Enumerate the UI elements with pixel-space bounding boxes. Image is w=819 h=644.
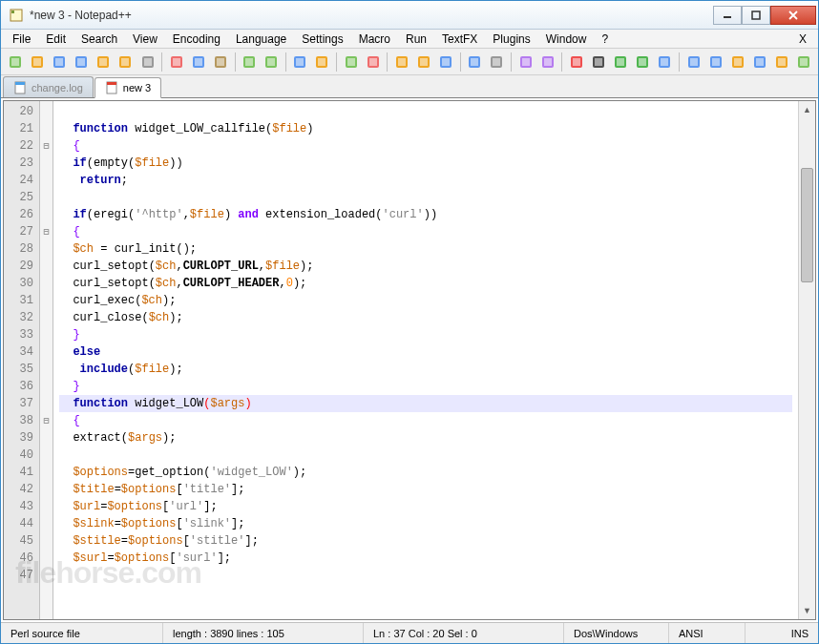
replace-icon[interactable] bbox=[312, 52, 332, 73]
copy-icon[interactable] bbox=[188, 52, 208, 73]
svg-rect-59 bbox=[661, 58, 668, 66]
code-line[interactable]: $ch = curl_init(); bbox=[59, 240, 792, 258]
play-macro-icon[interactable] bbox=[611, 52, 631, 73]
spell-icon[interactable] bbox=[794, 52, 814, 73]
rec-macro-icon[interactable] bbox=[566, 52, 586, 73]
fold-marker bbox=[40, 395, 52, 412]
code-line[interactable]: { bbox=[59, 223, 792, 240]
code-line[interactable]: else bbox=[59, 343, 792, 361]
code-line[interactable]: $title=$options['title']; bbox=[59, 481, 792, 498]
zoom-in-icon[interactable] bbox=[341, 52, 361, 73]
vertical-scrollbar[interactable]: ▲ ▼ bbox=[798, 101, 815, 619]
tab-change-log[interactable]: change.log bbox=[3, 76, 94, 97]
save-icon[interactable] bbox=[49, 52, 69, 73]
code-editor[interactable]: function widget_LOW_callfile($file) { if… bbox=[53, 101, 798, 619]
save-macro-icon[interactable] bbox=[655, 52, 675, 73]
fold-marker[interactable]: ⊟ bbox=[40, 223, 52, 240]
print-icon[interactable] bbox=[137, 52, 158, 73]
next-icon[interactable] bbox=[683, 52, 704, 73]
tab-new--3[interactable]: new 3 bbox=[94, 77, 161, 98]
code-line[interactable]: include($file); bbox=[59, 361, 792, 378]
undo-icon[interactable] bbox=[239, 52, 259, 73]
wrap-icon[interactable] bbox=[436, 52, 456, 73]
code-line[interactable]: $slink=$options['slink']; bbox=[59, 515, 792, 532]
prev-icon[interactable] bbox=[705, 52, 725, 73]
menu-plugins[interactable]: Plugins bbox=[485, 31, 537, 48]
code-line[interactable] bbox=[59, 189, 792, 206]
menu-[interactable]: ? bbox=[594, 31, 616, 48]
close-all-icon[interactable] bbox=[116, 52, 136, 73]
stop-macro-icon[interactable] bbox=[588, 52, 608, 73]
maximize-button[interactable] bbox=[742, 6, 770, 25]
menu-textfx[interactable]: TextFX bbox=[434, 31, 485, 48]
menu-macro[interactable]: Macro bbox=[351, 31, 398, 48]
menu-run[interactable]: Run bbox=[398, 31, 434, 48]
code-line[interactable]: function widget_LOW_callfile($file) bbox=[59, 120, 792, 137]
fold-all-icon[interactable] bbox=[515, 52, 536, 73]
menubar-close-icon[interactable]: X bbox=[791, 31, 814, 48]
code-line[interactable]: { bbox=[59, 412, 792, 429]
play-multi-icon[interactable] bbox=[633, 52, 653, 73]
zoom-out-icon[interactable] bbox=[363, 52, 383, 73]
line-number: 35 bbox=[4, 361, 33, 378]
settings-icon[interactable] bbox=[772, 52, 792, 73]
sort-desc-icon[interactable] bbox=[749, 52, 769, 73]
sync-v-icon[interactable] bbox=[391, 52, 411, 73]
code-line[interactable]: curl_setopt($ch,CURLOPT_HEADER,0); bbox=[59, 275, 792, 292]
new-file-icon[interactable] bbox=[5, 52, 25, 73]
code-line[interactable]: $stitle=$options['stitle']; bbox=[59, 532, 792, 550]
scroll-up-icon[interactable]: ▲ bbox=[799, 101, 815, 118]
fold-marker bbox=[40, 361, 52, 378]
paste-icon[interactable] bbox=[210, 52, 230, 73]
line-number: 46 bbox=[4, 550, 33, 567]
menu-view[interactable]: View bbox=[125, 31, 165, 48]
code-line[interactable]: function widget_LOW($args) bbox=[59, 395, 792, 412]
menu-language[interactable]: Language bbox=[228, 31, 294, 48]
menu-search[interactable]: Search bbox=[74, 31, 125, 48]
menu-file[interactable]: File bbox=[5, 31, 38, 48]
code-line[interactable]: $options=get_option('widget_LOW'); bbox=[59, 464, 792, 481]
scrollbar-thumb[interactable] bbox=[801, 168, 813, 282]
scroll-down-icon[interactable]: ▼ bbox=[799, 602, 815, 619]
cut-icon[interactable] bbox=[166, 52, 186, 73]
code-line[interactable]: if(eregi('^http',$file) and extension_lo… bbox=[59, 206, 792, 223]
code-line[interactable]: } bbox=[59, 326, 792, 343]
unfold-all-icon[interactable] bbox=[537, 52, 557, 73]
code-line[interactable] bbox=[59, 567, 792, 584]
save-all-icon[interactable] bbox=[71, 52, 91, 73]
code-line[interactable] bbox=[59, 447, 792, 464]
menu-settings[interactable]: Settings bbox=[294, 31, 350, 48]
sort-asc-icon[interactable] bbox=[727, 52, 747, 73]
code-line[interactable]: } bbox=[59, 378, 792, 395]
code-line[interactable]: curl_setopt($ch,CURLOPT_URL,$file); bbox=[59, 258, 792, 275]
statusbar: Perl source file length : 3890 lines : 1… bbox=[1, 622, 818, 643]
show-all-icon[interactable] bbox=[465, 52, 485, 73]
code-line[interactable]: curl_close($ch); bbox=[59, 309, 792, 326]
menu-window[interactable]: Window bbox=[538, 31, 595, 48]
code-line[interactable]: $url=$options['url']; bbox=[59, 498, 792, 515]
fold-column[interactable]: ⊟⊟⊟ bbox=[40, 101, 53, 619]
code-line[interactable]: curl_exec($ch); bbox=[59, 292, 792, 309]
status-language: Perl source file bbox=[1, 623, 163, 643]
find-icon[interactable] bbox=[290, 52, 310, 73]
code-line[interactable]: return; bbox=[59, 172, 792, 189]
fold-marker bbox=[40, 120, 52, 137]
redo-icon[interactable] bbox=[262, 52, 282, 73]
menu-edit[interactable]: Edit bbox=[38, 31, 74, 48]
fold-marker[interactable]: ⊟ bbox=[40, 412, 52, 429]
menu-encoding[interactable]: Encoding bbox=[165, 31, 228, 48]
code-line[interactable]: { bbox=[59, 137, 792, 155]
titlebar[interactable]: *new 3 - Notepad++ bbox=[1, 1, 818, 30]
code-line[interactable]: if(empty($file)) bbox=[59, 155, 792, 172]
fold-marker[interactable]: ⊟ bbox=[40, 137, 52, 155]
close-icon[interactable] bbox=[94, 52, 114, 73]
code-line[interactable] bbox=[59, 103, 792, 120]
minimize-button[interactable] bbox=[713, 6, 742, 25]
open-file-icon[interactable] bbox=[27, 52, 47, 73]
close-button[interactable] bbox=[770, 6, 816, 25]
line-number: 27 bbox=[4, 223, 33, 240]
indent-guide-icon[interactable] bbox=[487, 52, 507, 73]
sync-h-icon[interactable] bbox=[413, 52, 433, 73]
code-line[interactable]: extract($args); bbox=[59, 429, 792, 447]
code-line[interactable]: $surl=$options['surl']; bbox=[59, 550, 792, 567]
